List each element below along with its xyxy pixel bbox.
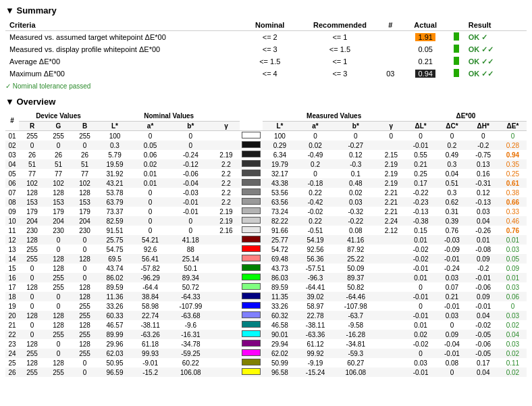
row-am: -64.41 xyxy=(296,282,334,292)
row-R: 128 xyxy=(19,311,45,320)
row-B: 255 xyxy=(72,330,98,339)
row-bm: 106.08 xyxy=(334,367,377,377)
row-R: 0 xyxy=(19,330,45,339)
row-dE: 0.01 xyxy=(499,235,527,245)
row-an: 54.21 xyxy=(132,235,169,245)
row-dC: 0.03 xyxy=(436,311,467,320)
row-bm: -0.22 xyxy=(334,216,377,226)
row-gn xyxy=(212,311,240,320)
row-an: 99.93 xyxy=(132,349,169,358)
row-R: 77 xyxy=(19,169,45,178)
row-swatch xyxy=(240,245,263,254)
row-B: 128 xyxy=(72,320,98,330)
row-gm: 2.12 xyxy=(377,226,405,235)
row-am: 99.92 xyxy=(296,349,334,358)
summary-section: ▼ Summary Criteria Nominal Recommended #… xyxy=(5,5,527,90)
row-am: 0.02 xyxy=(296,141,334,150)
row-bn: -16.31 xyxy=(169,330,212,339)
row-an: -96.29 xyxy=(132,273,169,282)
row-am: 39.02 xyxy=(296,292,334,301)
row-swatch xyxy=(240,150,263,159)
row-gn xyxy=(212,131,240,141)
row-dH: 0.12 xyxy=(468,188,499,197)
row-id: 24 xyxy=(5,349,19,358)
row-B: 0 xyxy=(72,263,98,273)
row-dH: -0.2 xyxy=(468,263,499,273)
row-dC: 0.39 xyxy=(436,216,467,226)
row-bm: -0.3 xyxy=(334,159,377,169)
row-bm: -0.27 xyxy=(334,141,377,150)
measured-values-header: Measured Values xyxy=(263,111,404,122)
row-gm xyxy=(377,282,405,292)
row-Ln: 96.59 xyxy=(98,367,132,377)
row-am: -63.36 xyxy=(296,330,334,339)
row-id: 25 xyxy=(5,358,19,367)
nominal-passed-text: ✓ Nominal tolerance passed xyxy=(5,82,527,90)
row-B: 0 xyxy=(72,367,98,377)
row-dE: 0 xyxy=(499,301,527,311)
row-B: 179 xyxy=(72,207,98,216)
row-dL: 0 xyxy=(405,282,436,292)
row-dE: 0.33 xyxy=(499,207,527,216)
row-dL: -0.01 xyxy=(405,141,436,150)
row-an: -38.11 xyxy=(132,320,169,330)
row-dC: -0.01 xyxy=(436,349,467,358)
row-Ln: 73.37 xyxy=(98,207,132,216)
row-dH: -0.02 xyxy=(468,320,499,330)
row-dH: -0.75 xyxy=(468,150,499,159)
row-B: 51 xyxy=(72,159,98,169)
row-Lm: 0.29 xyxy=(263,141,296,150)
row-bn: 50.72 xyxy=(169,282,212,292)
row-bm: 89.37 xyxy=(334,273,377,282)
row-dH: 0.04 xyxy=(468,367,499,377)
row-dL: 0.21 xyxy=(405,159,436,169)
row-G: 230 xyxy=(45,226,72,235)
row-B: 128 xyxy=(72,292,98,301)
row-G: 128 xyxy=(45,358,72,367)
sub-R: R xyxy=(19,122,45,131)
row-G: 153 xyxy=(45,197,72,207)
row-R: 0 xyxy=(19,263,45,273)
row-bm: -64.46 xyxy=(334,292,377,301)
row-Lm: 43.73 xyxy=(263,263,296,273)
row-G: 0 xyxy=(45,339,72,349)
row-gn xyxy=(212,235,240,245)
row-bm: 50.82 xyxy=(334,282,377,292)
row-an: 61.18 xyxy=(132,339,169,349)
row-dH: 0.09 xyxy=(468,292,499,301)
row-gn: 2.16 xyxy=(212,226,240,235)
sub-an: a* xyxy=(132,122,169,131)
bar-cell xyxy=(449,68,464,80)
row-Lm: 91.66 xyxy=(263,226,296,235)
row-B: 128 xyxy=(72,188,98,197)
row-Ln: 86.02 xyxy=(98,273,132,282)
row-gm: 2.21 xyxy=(377,188,405,197)
recommended-cell: <= 1 xyxy=(301,31,379,44)
row-bm: 0.08 xyxy=(334,226,377,235)
row-swatch xyxy=(240,141,263,150)
row-gn xyxy=(212,339,240,349)
row-R: 128 xyxy=(19,235,45,245)
delta-header: ΔE*00 xyxy=(405,111,527,122)
col-id-header: # xyxy=(5,111,19,131)
row-swatch xyxy=(240,235,263,245)
criteria-cell: Maximum ΔE*00 xyxy=(5,68,239,80)
row-Ln: 62.03 xyxy=(98,349,132,358)
row-G: 0 xyxy=(45,235,72,245)
row-gm: 2.19 xyxy=(377,178,405,188)
row-am: -0.42 xyxy=(296,197,334,207)
row-dE: 0.02 xyxy=(499,367,527,377)
row-bm: 87.92 xyxy=(334,245,377,254)
row-bn: 0 xyxy=(169,216,212,226)
row-id: 02 xyxy=(5,141,19,150)
row-B: 128 xyxy=(72,282,98,292)
row-swatch xyxy=(240,292,263,301)
row-an: 58.98 xyxy=(132,301,169,311)
row-an: 0 xyxy=(132,197,169,207)
row-am: 92.56 xyxy=(296,245,334,254)
row-gn xyxy=(212,301,240,311)
device-values-header: Device Values xyxy=(19,111,98,122)
row-dL: 0 xyxy=(405,301,436,311)
row-bn: 60.22 xyxy=(169,358,212,367)
row-dE: 0 xyxy=(499,131,527,141)
